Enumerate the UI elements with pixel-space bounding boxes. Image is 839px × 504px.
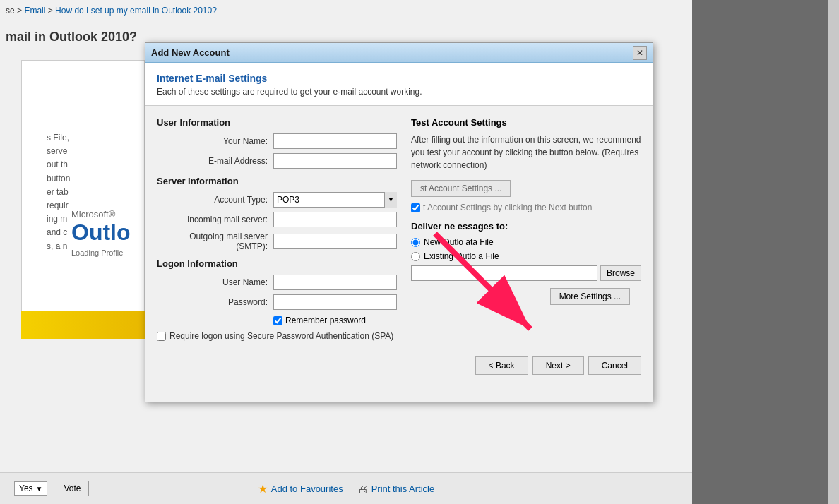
bottom-links: ★ Add to Favourites 🖨 Print this Article: [258, 482, 434, 496]
password-row: Password:: [157, 294, 397, 310]
new-data-file-label: New Outlo ata File: [424, 237, 494, 247]
left-panel-text: s File, serve out th button er tab requi…: [47, 131, 70, 253]
next-button[interactable]: Next >: [532, 356, 584, 375]
page-title: mail in Outlook 2010?: [6, 30, 137, 44]
back-button[interactable]: < Back: [475, 356, 528, 375]
incoming-server-label: Incoming mail server:: [157, 215, 273, 224]
outgoing-server-row: Outgoing mail server (SMTP):: [157, 232, 397, 251]
account-type-label: Account Type:: [157, 195, 273, 205]
more-settings-button[interactable]: More Settings ...: [550, 288, 630, 305]
dialog-header-section: Internet E-mail Settings Each of these s…: [145, 63, 653, 106]
ms-text: Microsoft®: [71, 209, 142, 220]
new-data-file-row: New Outlo ata File: [411, 237, 641, 247]
panel-line-9: s, a n: [47, 240, 70, 253]
ms-logo-area: Microsoft® Outlo Loading Profile: [71, 209, 142, 257]
existing-file-row: Existing Outlo a File: [411, 251, 641, 261]
spa-checkbox-row: Require logon using Secure Password Auth…: [157, 331, 641, 341]
breadcrumb-sep2: >: [48, 6, 55, 16]
incoming-server-input[interactable]: [273, 212, 397, 227]
breadcrumb-sep1: >: [17, 6, 24, 16]
print-icon: 🖨: [357, 483, 368, 495]
your-name-input[interactable]: [273, 133, 397, 149]
file-browse-row: Browse: [411, 265, 641, 281]
print-article-link[interactable]: 🖨 Print this Article: [357, 483, 435, 495]
account-type-row: Account Type: POP3 IMAP ▼: [157, 192, 397, 208]
panel-line-3: out th: [47, 158, 70, 172]
remember-password-label: Remember password: [285, 316, 366, 325]
dialog-title: Add New Account: [151, 47, 230, 58]
dialog-content: User Information Your Name: E-mail Addre…: [145, 106, 653, 325]
password-label: Password:: [157, 297, 273, 307]
existing-file-label: Existing Outlo a File: [424, 251, 499, 261]
spa-checkbox[interactable]: [157, 332, 166, 341]
dropdown-arrow-icon: ▼: [36, 485, 43, 493]
outgoing-server-label: Outgoing mail server (SMTP):: [157, 232, 273, 251]
test-next-label: t Account Settings by clicking the Next …: [423, 203, 592, 212]
existing-file-radio[interactable]: [411, 252, 420, 261]
yes-dropdown[interactable]: Yes ▼: [14, 481, 47, 496]
test-next-checkbox[interactable]: [411, 203, 420, 212]
add-to-favourites-label: Add to Favourites: [271, 484, 343, 494]
user-name-input[interactable]: [273, 275, 397, 290]
dialog-left-section: User Information Your Name: E-mail Addre…: [157, 117, 397, 325]
test-next-checkbox-row: t Account Settings by clicking the Next …: [411, 203, 641, 212]
file-path-input[interactable]: [411, 265, 597, 281]
account-type-select[interactable]: POP3 IMAP: [273, 192, 397, 208]
breadcrumb-article-link[interactable]: How do I set up my email in Outlook 2010…: [55, 6, 217, 16]
loading-profile: Loading Profile: [71, 248, 142, 257]
email-address-row: E-mail Address:: [157, 153, 397, 169]
remember-password-checkbox[interactable]: [273, 316, 282, 325]
add-to-favourites-link[interactable]: ★ Add to Favourites: [258, 482, 343, 496]
dialog-footer: < Back Next > Cancel: [145, 349, 653, 382]
your-name-row: Your Name:: [157, 133, 397, 149]
deliver-title: Deliver ne essages to:: [411, 221, 641, 232]
spa-checkbox-section: Require logon using Secure Password Auth…: [145, 325, 653, 349]
account-type-select-wrapper: POP3 IMAP ▼: [273, 192, 397, 208]
dialog-right-section: Test Account Settings After filling out …: [411, 117, 641, 325]
browse-button[interactable]: Browse: [600, 265, 641, 281]
bottom-bar: Yes ▼ Vote ★ Add to Favourites 🖨 Print t…: [0, 472, 692, 504]
breadcrumb: se > Email > How do I set up my email in…: [6, 6, 217, 16]
more-settings-area: More Settings ...: [411, 281, 641, 309]
left-panel: s File, serve out th button er tab requi…: [21, 60, 145, 335]
logon-info-title: Logon Information: [157, 258, 397, 269]
dialog-header-subtitle: Each of these settings are required to g…: [157, 87, 641, 97]
panel-line-8: and c: [47, 226, 70, 239]
user-info-title: User Information: [157, 117, 397, 128]
user-name-row: User Name:: [157, 275, 397, 290]
breadcrumb-email-link[interactable]: Email: [24, 6, 45, 16]
print-label: Print this Article: [371, 484, 435, 494]
yes-label: Yes: [19, 484, 33, 493]
password-input[interactable]: [273, 294, 397, 310]
email-address-label: E-mail Address:: [157, 156, 273, 166]
panel-line-6: requir: [47, 199, 70, 212]
panel-line-2: serve: [47, 145, 70, 158]
dialog-header-title: Internet E-mail Settings: [157, 73, 641, 84]
user-name-label: User Name:: [157, 277, 273, 287]
dialog-titlebar: Add New Account ✕: [145, 43, 653, 63]
incoming-server-row: Incoming mail server:: [157, 212, 397, 227]
test-account-settings-button[interactable]: st Account Settings ...: [411, 180, 511, 197]
panel-line-4: button: [47, 172, 70, 186]
email-address-input[interactable]: [273, 153, 397, 169]
star-icon: ★: [258, 482, 268, 496]
outgoing-server-input[interactable]: [273, 234, 397, 249]
panel-line-5: er tab: [47, 186, 70, 199]
cancel-button[interactable]: Cancel: [588, 356, 641, 375]
remember-password-row: Remember password: [273, 316, 397, 325]
dialog-close-button[interactable]: ✕: [633, 46, 647, 60]
your-name-label: Your Name:: [157, 136, 273, 146]
new-data-file-radio[interactable]: [411, 238, 420, 247]
breadcrumb-home: se: [6, 6, 15, 16]
yellow-banner: [21, 311, 145, 339]
test-section-title: Test Account Settings: [411, 117, 641, 128]
test-section-text: After filling out the information on thi…: [411, 133, 641, 172]
server-info-title: Server Information: [157, 176, 397, 186]
panel-line-1: s File,: [47, 131, 70, 145]
add-new-account-dialog: Add New Account ✕ Internet E-mail Settin…: [145, 42, 653, 402]
panel-line-7: ing m: [47, 212, 70, 226]
spa-label: Require logon using Secure Password Auth…: [169, 331, 393, 341]
outlook-logo-text: Outlo: [71, 220, 142, 246]
vote-button[interactable]: Vote: [56, 481, 88, 496]
